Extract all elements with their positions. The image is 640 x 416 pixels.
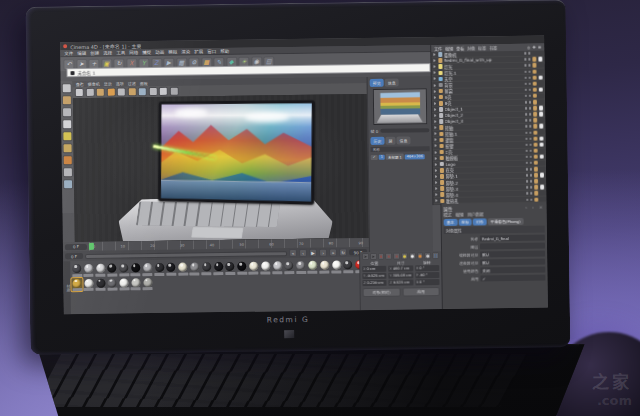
editor-visibility-dot-icon[interactable] xyxy=(525,150,528,153)
current-frame-field[interactable]: 0 F xyxy=(65,243,87,249)
viewport-tool-icon[interactable] xyxy=(138,87,147,96)
material-tag-icon[interactable] xyxy=(532,63,537,68)
viewport-tool-icon[interactable] xyxy=(159,87,168,96)
render-list-row[interactable]: ✓ 1 未标题 1 464×306 xyxy=(371,153,430,160)
material-swatch[interactable] xyxy=(201,261,212,275)
render-row-check[interactable]: ✓ xyxy=(371,154,378,159)
render-visibility-dot-icon[interactable] xyxy=(529,131,532,134)
render-visibility-dot-icon[interactable] xyxy=(529,143,532,146)
attribute-value-field[interactable]: 关闭 xyxy=(480,267,545,273)
render-visibility-dot-icon[interactable] xyxy=(529,168,532,171)
editor-visibility-dot-icon[interactable] xyxy=(524,58,527,61)
material-tag-icon[interactable] xyxy=(532,57,537,62)
timeline-scrollbar[interactable] xyxy=(85,251,287,259)
material-tag-icon[interactable] xyxy=(532,88,537,93)
editor-visibility-dot-icon[interactable] xyxy=(526,186,529,189)
preview-tab[interactable]: 信息 xyxy=(385,79,399,87)
points-mode-icon[interactable] xyxy=(62,131,72,141)
material-tag-icon[interactable] xyxy=(532,81,537,86)
editor-visibility-dot-icon[interactable] xyxy=(524,70,527,73)
viewport-menu-item[interactable]: 查看 xyxy=(76,81,84,87)
editor-visibility-dot-icon[interactable] xyxy=(524,64,527,67)
snap-toggle-icon[interactable] xyxy=(63,179,73,189)
attribute-menu-item[interactable]: 用户数据 xyxy=(468,211,484,217)
expand-arrow-icon[interactable] xyxy=(434,126,437,129)
render-visibility-dot-icon[interactable] xyxy=(528,76,531,79)
window-close-icon[interactable] xyxy=(63,44,67,48)
render-visibility-dot-icon[interactable] xyxy=(529,119,532,122)
material-swatch[interactable] xyxy=(119,277,130,291)
expand-arrow-icon[interactable] xyxy=(434,114,437,117)
snap-icon[interactable]: ● xyxy=(409,252,416,259)
viewport-menu-item[interactable]: 摄像机 xyxy=(88,81,100,87)
transport-button[interactable]: « xyxy=(289,249,297,257)
viewport-tool-icon[interactable] xyxy=(127,87,136,96)
render-visibility-dot-icon[interactable] xyxy=(528,101,531,104)
editor-visibility-dot-icon[interactable] xyxy=(524,101,527,104)
om-menu-item[interactable]: 编辑 xyxy=(445,45,453,51)
attribute-value-field[interactable]: 默认 xyxy=(480,251,545,257)
coordinate-field[interactable]: H0 ° xyxy=(415,265,439,271)
material-tag-icon[interactable] xyxy=(534,185,539,190)
render-visibility-dot-icon[interactable] xyxy=(529,174,532,177)
material-swatch[interactable] xyxy=(331,259,342,273)
viewport-tool-icon[interactable] xyxy=(96,88,105,97)
menu-item[interactable]: 渲染 xyxy=(181,48,190,54)
om-menu-item[interactable]: 书签 xyxy=(489,45,497,51)
phong-tag-icon[interactable] xyxy=(539,112,544,117)
material-swatch[interactable] xyxy=(142,277,153,291)
attribute-header-icons[interactable]: ‹ › × xyxy=(525,205,544,210)
expand-arrow-icon[interactable] xyxy=(434,138,437,141)
render-visibility-dot-icon[interactable] xyxy=(530,198,533,201)
menu-item[interactable]: 文件 xyxy=(64,50,73,56)
viewport-menu-item[interactable]: 过滤 xyxy=(128,80,136,86)
render-visibility-dot-icon[interactable] xyxy=(529,137,532,140)
attribute-tab-button[interactable]: 基本 xyxy=(444,219,458,226)
om-menu-item[interactable]: 文件 xyxy=(434,45,442,51)
render-visibility-dot-icon[interactable] xyxy=(529,107,532,110)
attribute-tab-button[interactable]: 对象 xyxy=(473,218,487,225)
coordinate-field[interactable]: B0 ° xyxy=(415,279,439,285)
render-visibility-dot-icon[interactable] xyxy=(529,150,532,153)
expand-arrow-icon[interactable] xyxy=(435,187,438,190)
polygons-mode-icon[interactable] xyxy=(63,155,73,165)
material-tag-icon[interactable] xyxy=(532,75,537,80)
snap-icon[interactable]: × xyxy=(385,253,392,260)
render-visibility-dot-icon[interactable] xyxy=(528,95,531,98)
expand-arrow-icon[interactable] xyxy=(435,169,438,172)
material-tag-icon[interactable] xyxy=(533,112,538,117)
editor-visibility-dot-icon[interactable] xyxy=(526,180,529,183)
editor-visibility-dot-icon[interactable] xyxy=(525,131,528,134)
render-visibility-dot-icon[interactable] xyxy=(529,113,532,116)
viewport-menu-item[interactable]: 显示 xyxy=(104,81,112,87)
render-visibility-dot-icon[interactable] xyxy=(530,192,533,195)
menu-item[interactable]: 编辑 xyxy=(77,50,86,56)
om-menu-item[interactable]: 查看 xyxy=(456,45,464,51)
attribute-menu-item[interactable]: 模式 xyxy=(444,212,452,218)
attribute-value-field[interactable]: 默认 xyxy=(480,259,545,265)
menu-item[interactable]: 帮助 xyxy=(220,48,229,54)
editor-visibility-dot-icon[interactable] xyxy=(525,162,528,165)
material-tag-icon[interactable] xyxy=(533,118,538,123)
render-visibility-dot-icon[interactable] xyxy=(528,70,531,73)
om-tool-icon[interactable]: ≡ xyxy=(538,45,541,50)
material-swatch[interactable] xyxy=(142,262,153,276)
om-menu-item[interactable]: 标签 xyxy=(478,45,486,51)
phong-tag-icon[interactable] xyxy=(539,136,544,141)
expand-arrow-icon[interactable] xyxy=(435,175,438,178)
transport-button[interactable]: ‹ xyxy=(299,249,307,257)
editor-visibility-dot-icon[interactable] xyxy=(525,107,528,110)
menu-item[interactable]: 动画 xyxy=(155,49,164,55)
editor-visibility-dot-icon[interactable] xyxy=(524,76,527,79)
render-visibility-dot-icon[interactable] xyxy=(529,125,532,128)
attribute-tab-button[interactable]: 坐标 xyxy=(458,219,472,226)
material-tag-icon[interactable] xyxy=(532,69,537,74)
texture-mode-icon[interactable] xyxy=(62,107,72,117)
viewport-canvas[interactable] xyxy=(73,94,369,242)
render-visibility-dot-icon[interactable] xyxy=(528,64,531,67)
material-swatch[interactable] xyxy=(307,260,318,274)
attribute-value-field[interactable]: Redmi_G_final xyxy=(480,235,545,241)
material-tag-icon[interactable] xyxy=(533,148,538,153)
viewport-tool-icon[interactable] xyxy=(75,88,84,97)
menu-item[interactable]: 窗口 xyxy=(207,48,216,54)
